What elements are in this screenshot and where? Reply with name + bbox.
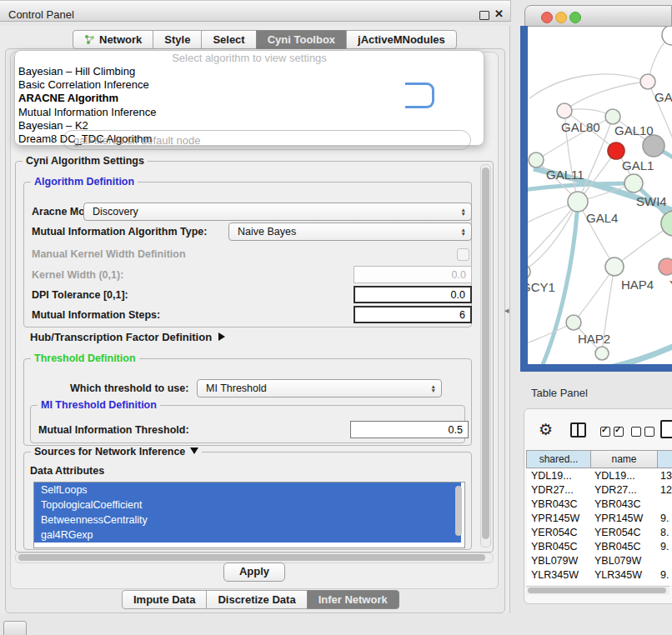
network-graph[interactable]: GALGAL80GAL10GAL1GAL11GAL4SWI4GCY1HAP4YH… — [528, 27, 672, 364]
network-node[interactable] — [662, 27, 672, 45]
dpi-tolerance-field[interactable] — [354, 286, 472, 303]
network-frame-border — [520, 26, 528, 372]
table-row[interactable]: YLR345WYLR345W9. — [527, 568, 672, 582]
mi-threshold-field[interactable] — [350, 421, 469, 438]
network-edge-highlight[interactable] — [599, 345, 672, 364]
tab-discretize-data[interactable]: Discretize Data — [206, 590, 307, 609]
combo-arrows-icon: ▲▼ — [461, 228, 466, 236]
which-threshold-combo[interactable]: MI Threshold ▲▼ — [197, 379, 442, 398]
dock-mini-icon[interactable] — [3, 621, 27, 635]
attribute-item[interactable]: TopologicalCoefficient — [34, 498, 461, 512]
table-row[interactable]: YIL052CYIL052C9 — [527, 582, 672, 585]
control-panel-title: Control Panel — [8, 8, 74, 21]
network-node[interactable] — [640, 74, 655, 89]
close-icon[interactable]: ✕ — [494, 8, 504, 20]
node-label: HAP2 — [578, 332, 610, 346]
control-panel-titlebar[interactable] — [0, 0, 511, 22]
network-window-titlebar[interactable] — [524, 5, 672, 27]
table-cell: YDL19... — [590, 469, 656, 483]
apply-button[interactable]: Apply — [223, 562, 285, 582]
table-row[interactable]: YBL079WYBL079W — [527, 554, 672, 568]
node-label: GAL4 — [586, 211, 618, 225]
node-label: GCY1 — [528, 280, 555, 294]
unchecked-columns-icon[interactable] — [631, 427, 654, 437]
network-node[interactable] — [557, 103, 572, 118]
table-row[interactable]: YDL19...YDL19...13 — [527, 469, 672, 483]
mi-steps-field[interactable] — [354, 306, 472, 323]
list-scrollbar[interactable] — [455, 486, 462, 536]
settings-group-title: Cyni Algorithm Settings — [23, 155, 148, 167]
kernel-width-field[interactable] — [354, 266, 472, 283]
algorithm-definition-title: Algorithm Definition — [31, 176, 138, 188]
network-node[interactable] — [566, 315, 581, 330]
table-cell: YLR345W — [527, 568, 590, 582]
network-node[interactable] — [643, 135, 664, 157]
aracne-mode-combo[interactable]: Discovery ▲▼ — [83, 202, 472, 221]
minimize-traffic-light[interactable] — [555, 12, 567, 23]
tab-jactivemnodules[interactable]: jActiveMNodules — [346, 30, 457, 49]
network-edge[interactable] — [529, 74, 648, 98]
combo-arrows-icon: ▲▼ — [461, 208, 466, 216]
table-row[interactable]: YDR27...YDR27...12 — [527, 483, 672, 498]
table-cell — [656, 554, 672, 568]
table-cell: YBL079W — [527, 554, 590, 568]
network-node[interactable] — [624, 174, 643, 192]
table-row[interactable]: YPR145WYPR145W9. — [527, 512, 672, 526]
data-attributes-list[interactable]: SelfLoopsTopologicalCoefficientBetweenne… — [33, 482, 465, 548]
table-hscrollbar-thumb[interactable] — [528, 588, 666, 593]
manual-kernel-checkbox[interactable] — [457, 248, 469, 261]
split-view-icon[interactable] — [570, 422, 586, 438]
table-cell: YER054C — [527, 526, 590, 540]
table-row[interactable]: YBR043CYBR043C — [527, 498, 672, 512]
network-node[interactable] — [568, 192, 588, 212]
table-row[interactable]: YER054CYER054C8. — [527, 526, 672, 540]
table-panel-title: Table Panel — [531, 387, 588, 399]
table-cell: YBR043C — [527, 498, 590, 512]
tab-infer-network[interactable]: Infer Network — [307, 590, 399, 609]
tab-cyni-toolbox[interactable]: Cyni Toolbox — [256, 30, 347, 49]
network-node[interactable] — [605, 109, 620, 124]
table-row[interactable]: YBR045CYBR045C9. — [527, 540, 672, 554]
zoom-traffic-light[interactable] — [569, 12, 581, 23]
attribute-item[interactable]: SelfLoops — [34, 482, 461, 498]
network-node[interactable] — [605, 258, 624, 276]
tab-label: Network — [99, 33, 142, 46]
settings-scrollbar-thumb[interactable] — [482, 168, 489, 539]
tab-select[interactable]: Select — [201, 30, 256, 49]
float-window-icon[interactable] — [479, 11, 489, 20]
tab-label: Cyni Toolbox — [268, 33, 335, 46]
export-table-icon[interactable] — [660, 420, 672, 438]
network-node[interactable] — [659, 258, 672, 275]
checked-columns-icon[interactable] — [600, 427, 624, 437]
network-edge[interactable] — [564, 82, 648, 111]
hub-definition-toggle[interactable]: Hub/Transcription Factor Definition — [30, 331, 225, 343]
tab-label: Infer Network — [318, 593, 388, 606]
tab-impute-data[interactable]: Impute Data — [122, 590, 207, 609]
column-header[interactable] — [657, 450, 672, 468]
column-header[interactable]: shared... — [526, 450, 591, 468]
tab-style[interactable]: Style — [153, 30, 202, 49]
network-node[interactable] — [595, 347, 609, 360]
network-edge[interactable] — [574, 267, 614, 322]
network-canvas[interactable]: GALGAL80GAL10GAL1GAL11GAL4SWI4GCY1HAP4YH… — [528, 27, 672, 364]
network-node[interactable] — [529, 152, 544, 168]
gear-icon[interactable]: ⚙ — [539, 420, 553, 439]
which-threshold-label: Which threshold to use: — [70, 382, 188, 394]
network-source-combo[interactable]: galFiltered.sif default node — [63, 130, 471, 150]
sources-group-title[interactable]: Sources for Network Inference — [31, 446, 202, 458]
attribute-item[interactable]: gal4RGexp — [34, 528, 461, 542]
attribute-item[interactable]: BetweennessCentrality — [34, 512, 461, 528]
network-node[interactable] — [661, 211, 672, 236]
table-cell: YBR045C — [590, 540, 656, 554]
settings-hscrollbar-thumb[interactable] — [18, 554, 485, 561]
screen: Control Panel ✕ NetworkStyleSelectCyni T… — [0, 0, 672, 635]
panel-collapse-handle[interactable]: ◂ — [504, 305, 509, 316]
close-traffic-light[interactable] — [541, 12, 553, 23]
manual-kernel-label: Manual Kernel Width Definition — [32, 248, 186, 260]
tab-network[interactable]: Network — [73, 30, 153, 49]
focus-ring-fragment — [405, 82, 434, 108]
algorithm-option[interactable]: Bayesian – Hill Climbing — [15, 65, 484, 78]
network-node[interactable] — [608, 142, 624, 159]
column-header[interactable]: name — [590, 450, 658, 468]
mi-type-combo[interactable]: Naive Bayes ▲▼ — [228, 222, 472, 241]
